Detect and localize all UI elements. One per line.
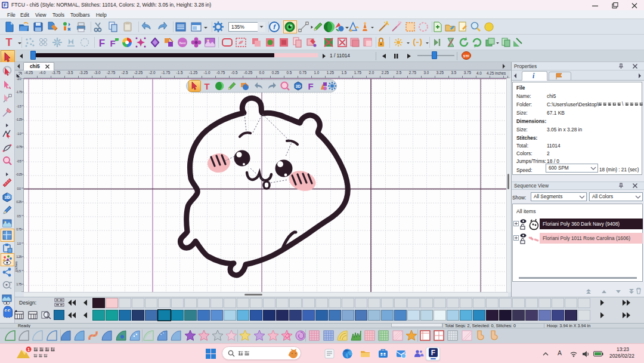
svg-text:F: F — [99, 38, 105, 49]
svg-text:flexi: flexi — [179, 41, 186, 45]
svg-text:STF: STF — [463, 54, 470, 58]
svg-text:F: F — [110, 38, 115, 48]
svg-text:T: T — [6, 36, 13, 48]
svg-text:F: F — [4, 2, 7, 8]
svg-text:1: 1 — [27, 347, 30, 352]
svg-text:3D: 3D — [5, 195, 10, 199]
svg-text:T: T — [204, 81, 209, 91]
svg-text:F: F — [308, 81, 313, 91]
svg-text:3D: 3D — [296, 84, 301, 88]
svg-text:F: F — [431, 349, 435, 357]
